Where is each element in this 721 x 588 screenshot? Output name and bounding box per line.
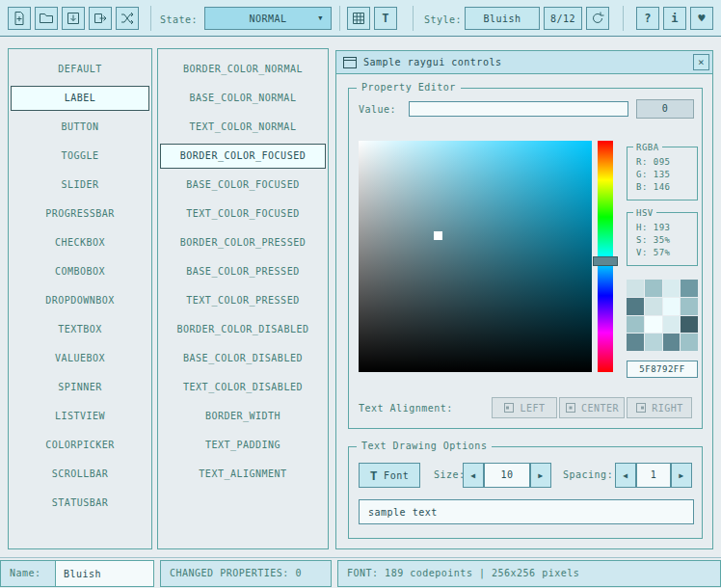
spacing-decrement-button[interactable]: ◀ bbox=[615, 463, 636, 488]
control-item-textbox[interactable]: TEXTBOX bbox=[11, 317, 149, 342]
property-item-text_alignment[interactable]: TEXT_ALIGNMENT bbox=[160, 462, 326, 487]
align-center-button[interactable]: CENTER bbox=[559, 397, 625, 418]
export-style-button[interactable] bbox=[89, 7, 112, 30]
palette-swatch[interactable] bbox=[663, 298, 681, 315]
size-value-box[interactable]: 10 bbox=[484, 463, 530, 488]
size-increment-button[interactable]: ▶ bbox=[530, 463, 551, 488]
palette-swatch[interactable] bbox=[627, 298, 644, 315]
palette-swatch[interactable] bbox=[645, 334, 662, 351]
letter-t-icon: T bbox=[382, 12, 389, 25]
state-dropdown-value: NORMAL bbox=[249, 13, 286, 24]
control-item-scrollbar[interactable]: SCROLLBAR bbox=[11, 462, 149, 487]
hsv-value-value: V: 57% bbox=[636, 247, 697, 259]
control-item-button[interactable]: BUTTON bbox=[11, 115, 149, 140]
control-item-dropdownbox[interactable]: DROPDOWNBOX bbox=[11, 288, 149, 313]
font-atlas-button[interactable]: T bbox=[374, 7, 397, 30]
property-item-border_color_focused[interactable]: BORDER_COLOR_FOCUSED bbox=[160, 144, 326, 169]
control-item-default[interactable]: DEFAULT bbox=[11, 57, 149, 82]
palette-swatch[interactable] bbox=[645, 298, 662, 315]
palette-swatch[interactable] bbox=[681, 334, 698, 351]
property-item-base_color_normal[interactable]: BASE_COLOR_NORMAL bbox=[160, 86, 326, 111]
property-item-base_color_disabled[interactable]: BASE_COLOR_DISABLED bbox=[160, 346, 326, 371]
reload-style-button[interactable] bbox=[586, 7, 609, 30]
property-item-text_color_focused[interactable]: TEXT_COLOR_FOCUSED bbox=[160, 201, 326, 227]
property-item-text_color_pressed[interactable]: TEXT_COLOR_PRESSED bbox=[160, 288, 326, 313]
color-picker-panel[interactable] bbox=[359, 141, 592, 372]
hue-slider-handle[interactable] bbox=[593, 256, 618, 266]
property-item-text_color_normal[interactable]: TEXT_COLOR_NORMAL bbox=[160, 115, 326, 140]
group-title: Text Drawing Options bbox=[357, 440, 492, 453]
spacing-value-box[interactable]: 1 bbox=[636, 463, 671, 488]
property-item-base_color_pressed[interactable]: BASE_COLOR_PRESSED bbox=[160, 259, 326, 284]
random-style-button[interactable] bbox=[116, 7, 139, 30]
palette-swatch[interactable] bbox=[681, 316, 698, 334]
spacing-increment-button[interactable]: ▶ bbox=[671, 463, 692, 488]
palette-swatch[interactable] bbox=[645, 280, 662, 297]
new-style-button[interactable] bbox=[8, 7, 31, 30]
property-item-text_padding[interactable]: TEXT_PADDING bbox=[160, 433, 326, 458]
rgba-group: RGBA R: 095 G: 135 B: 146 bbox=[627, 147, 698, 200]
style-table-button[interactable] bbox=[347, 7, 370, 30]
align-center-label: CENTER bbox=[581, 403, 619, 414]
save-icon bbox=[66, 11, 81, 26]
style-label: Style: bbox=[424, 14, 462, 25]
control-item-slider[interactable]: SLIDER bbox=[11, 173, 149, 198]
properties-list-panel: BORDER_COLOR_NORMALBASE_COLOR_NORMALTEXT… bbox=[157, 48, 329, 549]
size-decrement-button[interactable]: ◀ bbox=[463, 463, 484, 488]
control-item-label[interactable]: LABEL bbox=[11, 86, 149, 111]
control-item-colorpicker[interactable]: COLORPICKER bbox=[11, 433, 149, 458]
value-box[interactable]: 0 bbox=[636, 99, 694, 119]
new-file-icon bbox=[12, 11, 27, 26]
align-right-label: RIGHT bbox=[652, 403, 683, 414]
palette-swatch[interactable] bbox=[663, 334, 681, 351]
property-item-border_color_normal[interactable]: BORDER_COLOR_NORMAL bbox=[160, 57, 326, 82]
export-icon bbox=[93, 11, 108, 26]
control-item-progressbar[interactable]: PROGRESSBAR bbox=[11, 201, 149, 227]
value-slider[interactable] bbox=[409, 101, 628, 117]
style-name-input[interactable] bbox=[55, 560, 154, 587]
palette-swatch[interactable] bbox=[627, 280, 644, 297]
state-dropdown[interactable]: NORMAL ▼ bbox=[204, 7, 332, 30]
control-item-spinner[interactable]: SPINNER bbox=[11, 375, 149, 400]
about-button[interactable]: i bbox=[663, 7, 686, 30]
control-item-statusbar[interactable]: STATUSBAR bbox=[11, 491, 149, 516]
hex-color-value[interactable]: 5F8792FF bbox=[627, 361, 698, 378]
style-name-button[interactable]: Bluish bbox=[465, 7, 540, 30]
palette-swatch[interactable] bbox=[663, 316, 681, 334]
property-editor-group: Property Editor Value: 0 RGBA R: 095 G: … bbox=[348, 88, 703, 429]
control-item-listview[interactable]: LISTVIEW bbox=[11, 404, 149, 429]
load-style-button[interactable] bbox=[35, 7, 58, 30]
property-item-border_color_disabled[interactable]: BORDER_COLOR_DISABLED bbox=[160, 317, 326, 342]
control-item-combobox[interactable]: COMBOBOX bbox=[11, 259, 149, 284]
property-item-base_color_focused[interactable]: BASE_COLOR_FOCUSED bbox=[160, 173, 326, 198]
property-item-border_color_pressed[interactable]: BORDER_COLOR_PRESSED bbox=[160, 230, 326, 255]
window-titlebar[interactable]: Sample raygui controls × bbox=[336, 51, 712, 74]
control-item-toggle[interactable]: TOGGLE bbox=[11, 144, 149, 169]
palette-swatch[interactable] bbox=[627, 316, 644, 334]
style-count-button[interactable]: 8/12 bbox=[544, 7, 582, 30]
align-left-button[interactable]: LEFT bbox=[492, 397, 557, 418]
font-button[interactable]: T Font bbox=[359, 463, 420, 488]
palette-swatch[interactable] bbox=[681, 298, 698, 315]
grid-icon bbox=[351, 11, 366, 26]
font-info-status: FONT: 189 codepoints | 256x256 pixels bbox=[337, 560, 721, 587]
toolbar-divider bbox=[150, 6, 151, 31]
palette-swatch[interactable] bbox=[681, 280, 698, 297]
palette-swatch[interactable] bbox=[645, 316, 662, 334]
style-color-palette bbox=[627, 280, 698, 351]
window-close-button[interactable]: × bbox=[693, 54, 709, 70]
property-item-text_color_disabled[interactable]: TEXT_COLOR_DISABLED bbox=[160, 375, 326, 400]
changed-properties-status: CHANGED PROPERTIES: 0 bbox=[160, 560, 332, 587]
help-button[interactable]: ? bbox=[636, 7, 659, 30]
align-right-button[interactable]: RIGHT bbox=[627, 397, 692, 418]
save-style-button[interactable] bbox=[62, 7, 85, 30]
sample-text-input[interactable] bbox=[359, 499, 694, 524]
color-picker-cursor[interactable] bbox=[434, 231, 442, 240]
property-item-border_width[interactable]: BORDER_WIDTH bbox=[160, 404, 326, 429]
control-item-valuebox[interactable]: VALUEBOX bbox=[11, 346, 149, 371]
control-item-checkbox[interactable]: CHECKBOX bbox=[11, 230, 149, 255]
text-drawing-options-group: Text Drawing Options T Font Size: ◀ 10 ▶… bbox=[348, 446, 703, 539]
sponsor-button[interactable]: ♥ bbox=[690, 7, 713, 30]
palette-swatch[interactable] bbox=[663, 280, 681, 297]
palette-swatch[interactable] bbox=[627, 334, 644, 351]
